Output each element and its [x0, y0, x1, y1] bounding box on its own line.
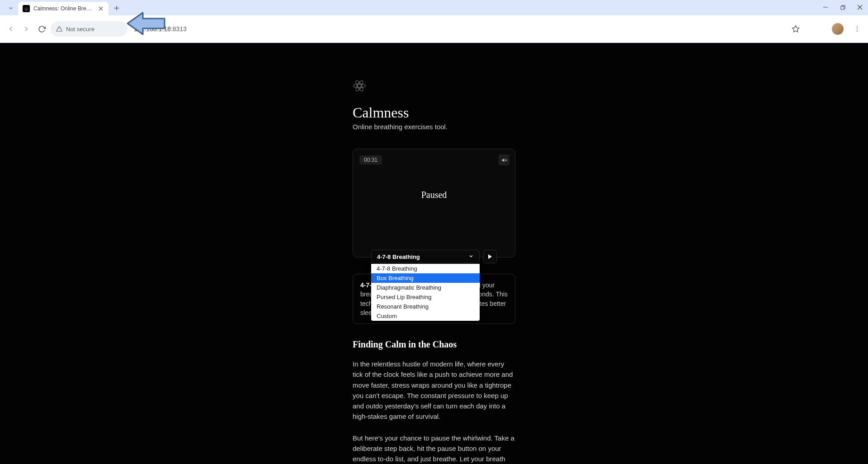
- svg-point-13: [857, 31, 858, 32]
- svg-rect-5: [841, 6, 844, 9]
- tab-search-button[interactable]: [5, 3, 16, 14]
- maximize-button[interactable]: [838, 3, 847, 12]
- svg-marker-10: [793, 26, 799, 32]
- article-heading: Finding Calm in the Chaos: [353, 339, 515, 350]
- app-subtitle: Online breathing exercises tool.: [353, 123, 515, 131]
- speaker-muted-icon: [501, 157, 507, 163]
- security-label: Not secure: [66, 26, 94, 33]
- article-p2: But here's your chance to pause the whir…: [353, 433, 515, 464]
- technique-option[interactable]: 4-7-8 Breathing: [371, 264, 480, 273]
- forward-button[interactable]: [20, 23, 33, 35]
- close-window-button[interactable]: [855, 3, 864, 12]
- svg-point-12: [857, 28, 858, 29]
- technique-option[interactable]: Resonant Breathing: [371, 302, 480, 311]
- warning-icon: [56, 26, 62, 32]
- app-logo-icon: [353, 79, 366, 93]
- player-status: Paused: [359, 190, 509, 200]
- tab-favicon: ◎: [23, 5, 30, 12]
- tab-title: Calmness: Online Breathing Exe: [33, 5, 94, 12]
- security-chip[interactable]: Not secure: [51, 21, 127, 37]
- address-bar[interactable]: 192.168.1.18:8313: [130, 21, 461, 37]
- mute-button[interactable]: [499, 155, 509, 165]
- play-button[interactable]: [483, 250, 497, 263]
- reload-button[interactable]: [35, 23, 48, 35]
- window-controls: [821, 3, 864, 12]
- app-title: Calmness: [353, 104, 515, 121]
- url-port: :8313: [171, 25, 187, 33]
- profile-avatar[interactable]: [832, 23, 844, 35]
- timer-badge: 00:31: [359, 155, 382, 164]
- back-button[interactable]: [5, 23, 17, 35]
- chevron-down-icon: [468, 253, 474, 260]
- browser-tab[interactable]: ◎ Calmness: Online Breathing Exe: [18, 2, 108, 15]
- svg-point-11: [857, 26, 858, 27]
- player-card: 00:31 Paused 4-7-8 Breathing 4-7-8 Breat…: [353, 149, 515, 258]
- page-content: Calmness Online breathing exercises tool…: [353, 43, 515, 464]
- technique-option[interactable]: Custom: [371, 311, 480, 321]
- technique-selected-label: 4-7-8 Breathing: [377, 253, 420, 260]
- technique-option[interactable]: Pursed Lip Breathing: [371, 292, 480, 302]
- play-icon: [488, 254, 492, 259]
- minimize-button[interactable]: [821, 3, 830, 12]
- technique-select[interactable]: 4-7-8 Breathing 4-7-8 BreathingBox Breat…: [371, 250, 480, 263]
- technique-option[interactable]: Diaphragmatic Breathing: [371, 283, 480, 292]
- browser-menu-button[interactable]: [851, 23, 863, 35]
- tab-close-button[interactable]: [98, 5, 104, 12]
- technique-dropdown: 4-7-8 BreathingBox BreathingDiaphragmati…: [371, 264, 480, 321]
- annotation-arrow-icon: [126, 9, 167, 38]
- select-row: 4-7-8 Breathing 4-7-8 BreathingBox Breat…: [371, 250, 497, 263]
- article-p1: In the relentless hustle of modern life,…: [353, 359, 515, 422]
- bookmark-button[interactable]: [789, 23, 802, 35]
- page-viewport[interactable]: Calmness Online breathing exercises tool…: [0, 43, 868, 464]
- svg-point-14: [358, 84, 361, 88]
- technique-option[interactable]: Box Breathing: [371, 273, 480, 283]
- svg-marker-20: [488, 254, 492, 259]
- new-tab-button[interactable]: [110, 2, 123, 14]
